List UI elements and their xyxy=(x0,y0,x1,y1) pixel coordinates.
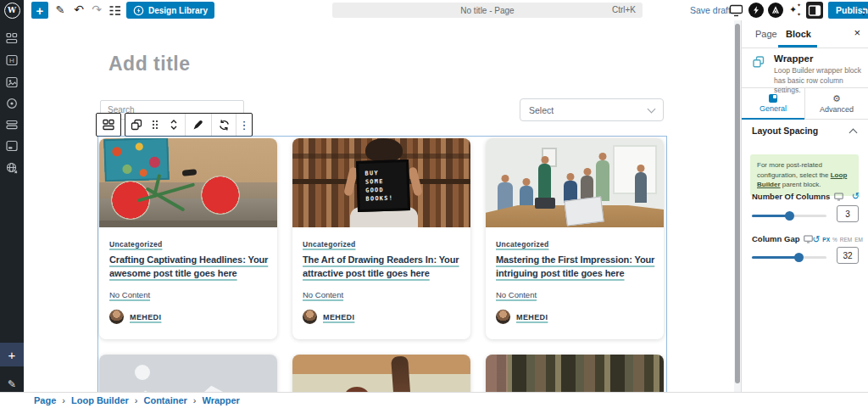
post-featured-image xyxy=(292,355,470,392)
document-title: No title - Page xyxy=(460,6,514,15)
canvas-scrollbar[interactable] xyxy=(734,20,741,392)
post-author-link[interactable]: MEHEDI xyxy=(516,313,548,321)
drag-handle[interactable] xyxy=(147,114,163,136)
tab-page[interactable]: Page xyxy=(755,20,777,48)
redo-icon: ↷ xyxy=(92,3,102,16)
unit-em[interactable]: EM xyxy=(854,237,863,243)
gap-slider[interactable] xyxy=(752,256,826,259)
rows-block-icon[interactable] xyxy=(6,119,18,131)
edit-mode-button[interactable]: ✎ xyxy=(52,1,69,18)
post-excerpt-link[interactable]: No Content xyxy=(496,290,537,299)
post-title-link[interactable]: The Art of Drawing Readers In: Your attr… xyxy=(303,254,464,280)
post-card-body: Uncategorized Mastering the First Impres… xyxy=(486,227,664,324)
design-library-icon xyxy=(133,5,144,16)
block-options-button[interactable]: ⋮ xyxy=(236,114,252,136)
block-breadcrumb-bar: Page › Loop Builder › Container › Wrappe… xyxy=(0,392,868,408)
tab-advanced[interactable]: ⚙ Advanced xyxy=(805,88,868,119)
post-category-link[interactable]: Uncategorized xyxy=(109,240,162,249)
post-card[interactable]: Uncategorized Mastering the First Impres… xyxy=(486,138,664,339)
breadcrumb-wrapper[interactable]: Wrapper xyxy=(202,395,239,405)
columns-slider[interactable] xyxy=(752,215,826,217)
scene-seat xyxy=(182,169,198,176)
advanced-tab-label: Advanced xyxy=(820,105,854,114)
post-category-link[interactable]: Uncategorized xyxy=(303,240,355,249)
unit-px[interactable]: PX xyxy=(822,237,830,243)
scrollbar-thumb[interactable] xyxy=(735,24,740,383)
ai-assistant-button[interactable]: ✦ ✦ ✦ xyxy=(787,2,803,19)
breadcrumb-container[interactable]: Container xyxy=(143,395,186,405)
scene-laptop xyxy=(535,198,555,209)
post-card[interactable] xyxy=(99,355,277,392)
select-label: Select xyxy=(529,105,554,115)
category-select-dropdown[interactable]: Select xyxy=(520,98,664,121)
command-palette[interactable]: No title - Page Ctrl+K xyxy=(332,3,643,18)
post-featured-image[interactable] xyxy=(99,138,277,227)
rail-add-button[interactable]: + xyxy=(0,343,24,366)
section-title: Layout Spacing xyxy=(752,126,818,136)
settings-tabs: General ⚙ Advanced xyxy=(742,87,868,120)
block-inserter-button[interactable]: + xyxy=(31,2,48,19)
select-parent-button[interactable] xyxy=(125,114,147,136)
wordpress-logo-button[interactable]: W xyxy=(0,0,24,20)
post-card[interactable]: BUY SOME GOOD BOOKS! Uncategorized The A… xyxy=(292,138,470,339)
slider-thumb[interactable] xyxy=(794,253,804,262)
post-featured-image[interactable] xyxy=(486,138,664,227)
seo-globe-icon[interactable] xyxy=(6,162,18,174)
save-draft-button[interactable]: Save draft xyxy=(690,5,731,15)
breadcrumb-loop-builder[interactable]: Loop Builder xyxy=(71,395,129,405)
post-card[interactable]: Uncategorized Crafting Captivating Headl… xyxy=(99,138,277,339)
plus-icon: + xyxy=(8,348,16,362)
block-mover[interactable] xyxy=(163,114,185,136)
style-brush-button[interactable] xyxy=(186,114,211,136)
block-type-button[interactable] xyxy=(96,113,121,137)
post-author-link[interactable]: MEHEDI xyxy=(130,313,161,321)
reset-columns-button[interactable]: ↺ xyxy=(852,192,860,201)
tab-general[interactable]: General xyxy=(742,88,805,119)
settings-panel-toggle[interactable] xyxy=(806,2,823,19)
panel-block-icon[interactable] xyxy=(6,140,18,152)
post-title-placeholder[interactable]: Add title xyxy=(108,53,191,75)
post-category-link[interactable]: Uncategorized xyxy=(496,240,548,249)
scene-person xyxy=(635,172,647,203)
responsive-monitor-icon[interactable] xyxy=(834,193,843,201)
post-excerpt-link[interactable]: No Content xyxy=(109,290,150,299)
post-author-link[interactable]: MEHEDI xyxy=(323,313,354,321)
scene-laptop xyxy=(564,196,604,226)
post-title-link[interactable]: Crafting Captivating Headlines: Your awe… xyxy=(109,254,270,280)
post-featured-image[interactable]: BUY SOME GOOD BOOKS! xyxy=(292,138,470,227)
loop-builder-blocks-icon[interactable] xyxy=(6,32,18,44)
gap-value-input[interactable] xyxy=(837,247,859,264)
placeholder-mountains xyxy=(99,378,277,392)
post-title-link[interactable]: Mastering the First Impression: Your int… xyxy=(496,254,657,280)
reset-gap-button[interactable]: ↺ xyxy=(812,235,820,244)
post-card[interactable] xyxy=(292,355,470,392)
tab-block[interactable]: Block xyxy=(786,20,811,48)
unit-percent[interactable]: % xyxy=(832,237,837,243)
list-view-button[interactable] xyxy=(106,2,123,19)
design-library-button[interactable]: Design Library xyxy=(126,2,214,19)
image-block-icon[interactable] xyxy=(6,76,18,88)
post-card[interactable] xyxy=(486,355,664,392)
post-excerpt-link[interactable]: No Content xyxy=(303,290,343,299)
sync-button[interactable] xyxy=(212,114,236,136)
command-shortcut: Ctrl+K xyxy=(612,5,636,14)
breadcrumb-page[interactable]: Page xyxy=(34,395,56,405)
redo-button[interactable]: ↷ xyxy=(88,1,105,18)
unit-rem[interactable]: REM xyxy=(840,237,852,243)
preview-button[interactable] xyxy=(727,3,744,18)
undo-button[interactable]: ↶ xyxy=(70,1,87,18)
target-icon[interactable] xyxy=(6,98,18,109)
close-sidebar-button[interactable]: × xyxy=(854,26,860,39)
heading-block-icon[interactable]: H xyxy=(6,54,18,66)
collapse-chevron-icon xyxy=(849,129,858,137)
layout-spacing-section-header[interactable]: Layout Spacing xyxy=(742,118,868,143)
drag-dots-icon xyxy=(150,119,160,131)
spectra-button[interactable] xyxy=(748,3,764,18)
columns-value-input[interactable] xyxy=(837,205,859,222)
letterboard-line: BUY xyxy=(364,169,406,178)
astra-button[interactable] xyxy=(768,3,783,18)
options-menu-button[interactable]: ⋮ xyxy=(860,2,868,19)
slider-thumb[interactable] xyxy=(785,211,794,221)
notice-text: For more post-related configuration, sel… xyxy=(757,161,831,179)
general-tab-label: General xyxy=(760,104,787,113)
